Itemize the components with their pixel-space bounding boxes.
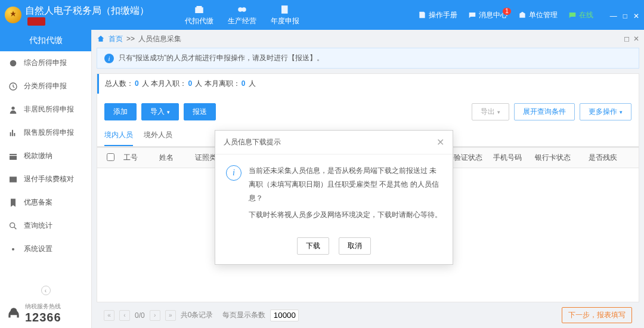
sidebar-item-tax-payment[interactable]: 税款缴纳 xyxy=(0,144,91,168)
import-button[interactable]: 导入▾ xyxy=(141,103,179,120)
nav-withholding[interactable]: 代扣代缴 xyxy=(185,4,213,26)
col-emp-no: 工号 xyxy=(119,153,154,163)
logo-stamp-icon xyxy=(27,17,45,26)
panel-window-icon[interactable]: ◻ xyxy=(624,35,630,43)
modal-text: 当前还未采集人员信息，是否从税务局端下载之前报送过 未离职（未填写离职日期）且任… xyxy=(249,164,442,222)
tab-foreign[interactable]: 境外人员 xyxy=(144,125,172,146)
hotline-number: 12366 xyxy=(25,311,61,324)
action-row: 添加 导入▾ 报送 导出▾ 展开查询条件 更多操作▾ xyxy=(97,98,639,125)
more-actions-button[interactable]: 更多操作▾ xyxy=(580,103,631,120)
breadcrumb-home[interactable]: 首页 xyxy=(109,34,123,44)
hotline-label: 纳税服务热线 xyxy=(25,302,61,311)
page-last-icon[interactable]: » xyxy=(165,310,176,321)
col-phone: 手机号码 xyxy=(488,153,530,163)
page-first-icon[interactable]: « xyxy=(104,310,114,321)
next-step-button[interactable]: 下一步，报表填写 xyxy=(562,307,632,323)
modal-header: 人员信息下载提示 ✕ xyxy=(215,131,453,154)
sidebar-item-classified[interactable]: 分类所得申报 xyxy=(0,75,91,98)
modal-title: 人员信息下载提示 xyxy=(224,137,281,147)
sidebar-list: 综合所得申报 分类所得申报 非居民所得申报 限售股所得申报 税款缴纳 退付手续费… xyxy=(0,51,91,282)
top-bar: 自然人电子税务局（扣缴端） 代扣代缴 生产经营 年度申报 操作手册 消息中心 1 xyxy=(0,0,644,30)
modal-close-icon[interactable]: ✕ xyxy=(436,137,444,148)
sidebar: 代扣代缴 综合所得申报 分类所得申报 非居民所得申报 限售股所得申报 税款缴纳 … xyxy=(0,30,92,328)
nav-annual[interactable]: 年度申报 xyxy=(271,4,299,26)
sidebar-item-restricted-stock[interactable]: 限售股所得申报 xyxy=(0,121,91,144)
maximize-icon[interactable]: □ xyxy=(623,12,627,20)
sidebar-item-preference-filing[interactable]: 优惠备案 xyxy=(0,191,91,214)
home-icon[interactable] xyxy=(97,35,105,43)
add-button[interactable]: 添加 xyxy=(104,103,137,120)
page-size-input[interactable] xyxy=(270,310,299,321)
window-controls: — □ ✕ xyxy=(610,12,639,20)
org-manage[interactable]: 单位管理 xyxy=(518,10,558,20)
svg-point-1 xyxy=(242,7,246,12)
sidebar-item-comprehensive[interactable]: 综合所得申报 xyxy=(0,51,91,75)
tax-emblem-icon xyxy=(5,7,21,23)
chevron-down-icon: ▾ xyxy=(167,109,170,115)
top-right: 操作手册 消息中心 1 单位管理 在线 — □ ✕ xyxy=(418,10,639,20)
page-prev-icon[interactable]: ‹ xyxy=(119,310,130,321)
breadcrumb-current: 人员信息采集 xyxy=(138,34,181,44)
info-icon: i xyxy=(226,165,242,181)
col-name: 姓名 xyxy=(154,153,190,163)
info-icon: i xyxy=(104,54,114,63)
svg-point-2 xyxy=(10,60,17,66)
manual-link[interactable]: 操作手册 xyxy=(418,10,457,20)
tab-domestic[interactable]: 境内人员 xyxy=(104,125,133,146)
sidebar-item-nonresident[interactable]: 非居民所得申报 xyxy=(0,98,91,121)
app-title: 自然人电子税务局（扣缴端） xyxy=(25,5,149,17)
message-center[interactable]: 消息中心 1 xyxy=(468,10,507,20)
close-icon[interactable]: ✕ xyxy=(633,12,639,20)
col-disabled: 是否残疾 xyxy=(584,153,626,163)
sidebar-item-settings[interactable]: 系统设置 xyxy=(0,237,91,261)
sidebar-item-refund-fee[interactable]: 退付手续费核对 xyxy=(0,168,91,191)
expand-query-button[interactable]: 展开查询条件 xyxy=(514,103,575,120)
top-nav: 代扣代缴 生产经营 年度申报 xyxy=(185,4,299,26)
svg-point-4 xyxy=(11,106,14,109)
sidebar-title: 代扣代缴 xyxy=(0,30,91,51)
chevron-down-icon: ▾ xyxy=(497,109,500,115)
page-total: 共0条记录 xyxy=(181,310,213,320)
logo-block: 自然人电子税务局（扣缴端） xyxy=(5,5,149,26)
select-all-checkbox[interactable] xyxy=(107,153,114,161)
message-badge: 1 xyxy=(503,8,511,15)
col-bank: 银行卡状态 xyxy=(530,153,584,163)
page-size-label: 每页显示条数 xyxy=(222,310,265,320)
svg-point-5 xyxy=(10,222,15,227)
alert-bar: i 只有“报送成功”的人员才能进行申报操作，请及时进行【报送】。 xyxy=(97,48,639,69)
minimize-icon[interactable]: — xyxy=(610,12,617,20)
modal-cancel-button[interactable]: 取消 xyxy=(339,237,371,255)
export-button[interactable]: 导出▾ xyxy=(472,103,509,120)
submit-button[interactable]: 报送 xyxy=(184,103,216,120)
modal-download-button[interactable]: 下载 xyxy=(297,237,329,255)
breadcrumb: 首页 >> 人员信息采集 ◻ ✕ xyxy=(97,30,639,48)
online-status[interactable]: 在线 xyxy=(568,10,593,20)
page-position: 0/0 xyxy=(135,311,145,320)
nav-production[interactable]: 生产经营 xyxy=(228,4,256,26)
stats-line: 总人数：0 人 本月入职：0 人 本月离职：0 人 xyxy=(97,74,639,94)
sidebar-collapse-icon[interactable]: ‹ xyxy=(41,286,51,295)
alert-text: 只有“报送成功”的人员才能进行申报操作，请及时进行【报送】。 xyxy=(119,53,324,63)
panel-close-icon[interactable]: ✕ xyxy=(633,35,639,43)
sidebar-item-query-stats[interactable]: 查询统计 xyxy=(0,214,91,237)
svg-point-6 xyxy=(12,248,14,250)
headset-icon xyxy=(6,306,21,321)
download-modal: 人员信息下载提示 ✕ i 当前还未采集人员信息，是否从税务局端下载之前报送过 未… xyxy=(215,130,453,265)
hotline: 纳税服务热线 12366 xyxy=(0,299,91,328)
page-next-icon[interactable]: › xyxy=(150,310,160,321)
chevron-down-icon: ▾ xyxy=(620,109,623,115)
pager: « ‹ 0/0 › » 共0条记录 每页显示条数 下一步，报表填写 xyxy=(97,302,639,328)
